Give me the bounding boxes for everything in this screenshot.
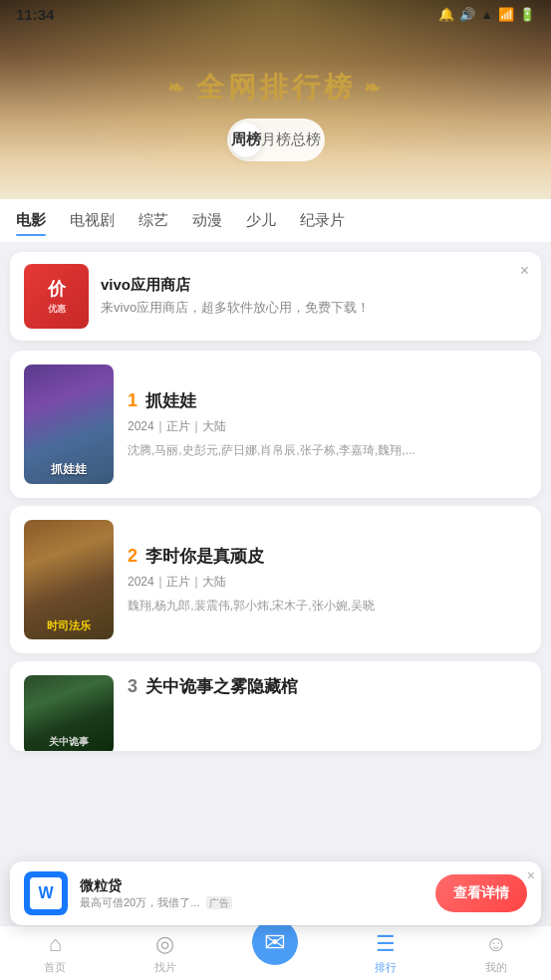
tab-tv[interactable]: 电视剧 bbox=[70, 199, 115, 242]
ad-title: vivo应用商店 bbox=[101, 276, 527, 295]
rank-icon: ☰ bbox=[376, 931, 396, 957]
category-tabs: 电影 电视剧 综艺 动漫 少儿 纪录片 bbox=[0, 199, 551, 242]
movie-cast-2: 魏翔,杨九郎,裴震伟,郭小炜,宋木子,张小婉,吴晓 bbox=[128, 597, 527, 614]
ad-content: vivo应用商店 来vivo应用商店，超多软件放心用，免费下载！ bbox=[101, 276, 527, 317]
nav-label-find: 找片 bbox=[154, 960, 176, 975]
tab-monthly[interactable]: 月榜 bbox=[261, 122, 291, 157]
bottom-ad-close-button[interactable]: × bbox=[527, 867, 535, 883]
leaf-right-icon: ❧ bbox=[364, 76, 385, 100]
rank-number-2: 2 bbox=[128, 546, 138, 567]
ad-tag: 广告 bbox=[206, 896, 232, 909]
signal-icon: 📶 bbox=[498, 7, 514, 22]
nav-item-send[interactable]: ✉ bbox=[220, 941, 331, 965]
bottom-ad-desc: 最高可借20万，我借了... 广告 bbox=[80, 895, 423, 910]
nav-label-home: 首页 bbox=[44, 960, 66, 975]
poster-3-text: 关中诡事 bbox=[49, 735, 89, 749]
tab-weekly[interactable]: 周榜 bbox=[231, 122, 261, 157]
ad-close-button[interactable]: × bbox=[520, 262, 529, 280]
tab-kids[interactable]: 少儿 bbox=[246, 199, 276, 242]
bottom-navigation: ⌂ 首页 ◎ 找片 ✉ ☰ 排行 ☺ 我的 bbox=[0, 925, 551, 980]
movie-meta-1: 2024｜正片｜大陆 bbox=[128, 418, 527, 435]
movie-title-1: 抓娃娃 bbox=[145, 389, 196, 412]
movie-title-3: 关中诡事之雾隐藏棺 bbox=[145, 675, 298, 698]
movie-poster-1: 抓娃娃 bbox=[24, 365, 114, 484]
nav-item-home[interactable]: ⌂ 首页 bbox=[0, 931, 111, 975]
nav-item-mine[interactable]: ☺ 我的 bbox=[440, 931, 551, 975]
movie-rank-title-2: 2 李时你是真顽皮 bbox=[128, 545, 527, 568]
status-bar: 11:34 🔔 🔊 ▲ 📶 🔋 bbox=[0, 0, 551, 29]
bottom-ad-button[interactable]: 查看详情 bbox=[435, 874, 527, 912]
tab-total[interactable]: 总榜 bbox=[291, 122, 321, 157]
movie-poster-2: 时司法乐 bbox=[24, 520, 114, 639]
ad-description: 来vivo应用商店，超多软件放心用，免费下载！ bbox=[101, 299, 527, 317]
wifi-icon: ▲ bbox=[480, 7, 493, 22]
volume-icon: 🔊 bbox=[459, 7, 475, 22]
movie-info-1: 1 抓娃娃 2024｜正片｜大陆 沈腾,马丽,史彭元,萨日娜,肖帛辰,张子栋,李… bbox=[128, 389, 527, 459]
period-tabs: 周榜 月榜 总榜 bbox=[227, 119, 325, 161]
status-time: 11:34 bbox=[16, 6, 54, 23]
battery-icon: 🔋 bbox=[519, 7, 535, 22]
find-icon: ◎ bbox=[155, 931, 174, 957]
nav-label-rank: 排行 bbox=[375, 960, 397, 975]
poster-2-text: 时司法乐 bbox=[47, 618, 91, 633]
send-icon: ✉ bbox=[252, 919, 298, 965]
page-title: ❧ 全网排行榜 ❧ bbox=[167, 69, 385, 107]
rank-number-1: 1 bbox=[128, 390, 138, 411]
bottom-ad-logo: W bbox=[24, 871, 68, 915]
bottom-ad-banner[interactable]: W 微粒贷 最高可借20万，我借了... 广告 查看详情 × bbox=[10, 861, 541, 925]
bottom-ad-logo-text: W bbox=[30, 877, 62, 909]
movie-poster-3: 关中诡事 bbox=[24, 675, 114, 751]
notification-icon: 🔔 bbox=[438, 7, 454, 22]
bottom-ad-info: 微粒贷 最高可借20万，我借了... 广告 bbox=[80, 877, 423, 910]
hero-section: ❧ 全网排行榜 ❧ 周榜 月榜 总榜 bbox=[0, 0, 551, 199]
status-icons: 🔔 🔊 ▲ 📶 🔋 bbox=[438, 7, 535, 22]
mine-icon: ☺ bbox=[484, 931, 506, 957]
movie-item-1[interactable]: 抓娃娃 1 抓娃娃 2024｜正片｜大陆 沈腾,马丽,史彭元,萨日娜,肖帛辰,张… bbox=[10, 351, 541, 498]
ad-thumbnail: 价 优惠 bbox=[24, 264, 89, 329]
leaf-left-icon: ❧ bbox=[167, 76, 188, 100]
movie-rank-title-1: 1 抓娃娃 bbox=[128, 389, 527, 412]
tab-movie[interactable]: 电影 bbox=[16, 199, 46, 242]
ad-card[interactable]: 价 优惠 vivo应用商店 来vivo应用商店，超多软件放心用，免费下载！ × bbox=[10, 252, 541, 341]
tab-anime[interactable]: 动漫 bbox=[192, 199, 222, 242]
rank-number-3: 3 bbox=[128, 676, 138, 697]
home-icon: ⌂ bbox=[49, 931, 62, 957]
poster-1-text: 抓娃娃 bbox=[51, 461, 87, 478]
movie-item-2[interactable]: 时司法乐 2 李时你是真顽皮 2024｜正片｜大陆 魏翔,杨九郎,裴震伟,郭小炜… bbox=[10, 506, 541, 653]
tab-documentary[interactable]: 纪录片 bbox=[300, 199, 345, 242]
bottom-ad-title: 微粒贷 bbox=[80, 877, 423, 895]
movie-info-2: 2 李时你是真顽皮 2024｜正片｜大陆 魏翔,杨九郎,裴震伟,郭小炜,宋木子,… bbox=[128, 545, 527, 614]
movie-cast-1: 沈腾,马丽,史彭元,萨日娜,肖帛辰,张子栋,李嘉琦,魏翔,... bbox=[128, 441, 527, 459]
nav-item-rank[interactable]: ☰ 排行 bbox=[331, 931, 441, 975]
movie-item-3[interactable]: 关中诡事 3 关中诡事之雾隐藏棺 bbox=[10, 661, 541, 751]
movie-rank-title-3: 3 关中诡事之雾隐藏棺 bbox=[128, 675, 527, 698]
tab-variety[interactable]: 综艺 bbox=[138, 199, 168, 242]
movie-meta-2: 2024｜正片｜大陆 bbox=[128, 574, 527, 591]
nav-label-mine: 我的 bbox=[485, 960, 507, 975]
nav-item-find[interactable]: ◎ 找片 bbox=[111, 931, 221, 975]
title-text: 全网排行榜 bbox=[196, 69, 356, 107]
main-content: 电影 电视剧 综艺 动漫 少儿 纪录片 价 优惠 vivo应用商店 来vivo应… bbox=[0, 199, 551, 925]
movie-title-2: 李时你是真顽皮 bbox=[145, 545, 264, 568]
movie-info-3: 3 关中诡事之雾隐藏棺 bbox=[128, 675, 527, 704]
